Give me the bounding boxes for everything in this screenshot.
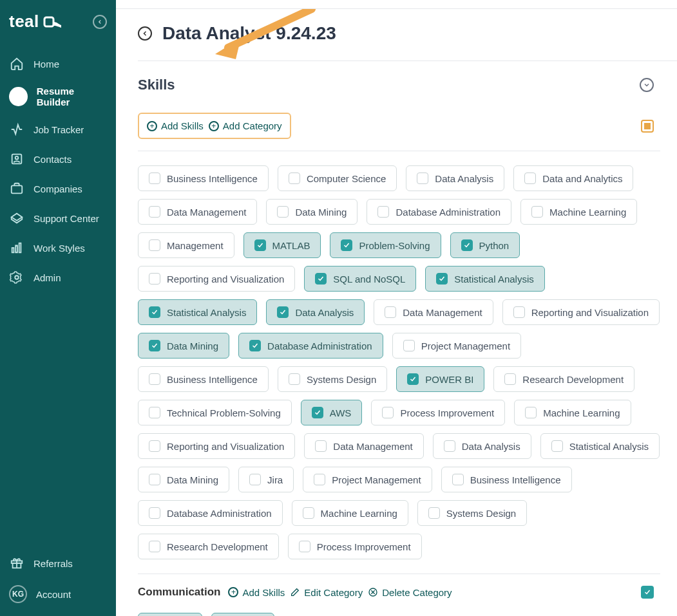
add-category-label: Add Category	[223, 120, 282, 131]
skill-chip[interactable]: Research Development	[138, 534, 279, 559]
skill-chip[interactable]: Reporting and Visualization	[502, 299, 660, 325]
skill-chip[interactable]: Management	[138, 232, 234, 258]
skill-chip[interactable]: Data Mining	[266, 199, 358, 225]
topbar	[116, 0, 677, 9]
skill-chip[interactable]: Database Administration	[238, 333, 383, 359]
checkbox-icon	[249, 340, 261, 351]
skill-chip[interactable]: Project Management	[392, 333, 521, 359]
sidebar-item-label: Resume Builder	[37, 86, 107, 107]
skill-chip[interactable]: SQL and NoSQL	[304, 266, 416, 292]
skill-chip-label: Reporting and Visualization	[531, 307, 649, 318]
skill-chip[interactable]: Python	[450, 232, 520, 258]
collapse-skills-button[interactable]	[640, 78, 654, 92]
resume-icon	[9, 87, 28, 106]
skill-chip[interactable]: Data Analysis	[406, 165, 504, 191]
back-button[interactable]	[138, 26, 152, 41]
skill-chip-label: Problem-Solving	[359, 240, 430, 251]
skill-chip[interactable]: Process Improvement	[288, 534, 422, 559]
skill-chip[interactable]: Research Development	[493, 366, 634, 392]
skill-chip[interactable]: AWS	[301, 400, 363, 425]
add-skills-button[interactable]: + Add Skills	[147, 120, 204, 131]
skill-chip-label: Computer Science	[307, 173, 386, 184]
skill-chip-label: Machine Learning	[321, 508, 397, 519]
checkbox-icon	[403, 340, 415, 351]
sidebar-item-resume-builder[interactable]: Resume Builder	[3, 79, 113, 114]
checkbox-icon	[407, 373, 419, 385]
checkbox-icon	[417, 173, 428, 184]
comm-add-skills-button[interactable]: + Add Skills	[228, 587, 285, 598]
skill-chip[interactable]: Machine Learning	[514, 400, 631, 425]
sidebar-item-contacts[interactable]: Contacts	[3, 145, 113, 173]
gear-icon	[9, 270, 24, 285]
skill-chip[interactable]: MATLAB	[243, 232, 321, 258]
skill-chip-label: Data Management	[167, 207, 246, 218]
skill-chip[interactable]: Process Improvement	[371, 400, 505, 425]
skill-chip-label: Systems Design	[307, 374, 376, 385]
comm-edit-category-button[interactable]: Edit Category	[290, 587, 363, 598]
skill-chip[interactable]: POWER BI	[396, 366, 484, 392]
page: Data Analyst 9.24.23 Skills	[116, 9, 677, 616]
skill-chip-label: Data Analysis	[462, 441, 520, 452]
skill-chip[interactable]: Business Intelligence	[138, 366, 269, 392]
skill-chip-label: Database Administration	[167, 508, 272, 519]
sidebar-item-support-center[interactable]: Support Center	[3, 204, 113, 232]
skill-chip[interactable]: Database Administration	[138, 500, 283, 526]
checkbox-icon	[382, 407, 394, 418]
checkbox-icon	[314, 474, 325, 485]
sidebar-item-work-styles[interactable]: Work Styles	[3, 234, 113, 262]
skill-chip[interactable]: Data Analysis	[433, 433, 531, 459]
skill-chip[interactable]: Statistical Analysis	[138, 299, 257, 325]
skill-chip[interactable]: Jira	[238, 467, 294, 492]
skill-chip[interactable]: Machine Learning	[292, 500, 408, 526]
skill-chip[interactable]: Reporting and Visualization	[138, 433, 295, 459]
sidebar-item-referrals[interactable]: Referrals	[3, 549, 113, 577]
communication-title: Communication	[138, 586, 220, 599]
skill-chip-label: Statistical Analysis	[454, 274, 533, 285]
sidebar-item-admin[interactable]: Admin	[3, 263, 113, 292]
skill-chip[interactable]: Data Mining	[138, 333, 229, 359]
skill-chip[interactable]: Data Analysis	[266, 299, 365, 325]
home-icon	[9, 56, 24, 71]
sidebar-item-account[interactable]: KG Account	[3, 579, 113, 610]
skill-chip[interactable]: Statistical Analysis	[425, 266, 544, 292]
skill-chip-label: Data Management	[333, 441, 412, 452]
sidebar-collapse-button[interactable]	[93, 15, 107, 29]
skill-chip[interactable]: Project Management	[303, 467, 432, 492]
skill-chip[interactable]: Systems Design	[278, 366, 387, 392]
sidebar-nav: Home Resume Builder Job Tracker Contacts…	[0, 50, 116, 292]
app-root: teal Home Resume Builder Job Tracker	[0, 0, 677, 616]
checkbox-icon	[504, 373, 516, 385]
skill-chip[interactable]: Data Management	[138, 199, 257, 225]
skill-chip[interactable]: Statistical Analysis	[540, 433, 660, 459]
skill-chip[interactable]: Business Intelligence	[138, 165, 269, 191]
skill-chip[interactable]: Machine Learning	[520, 199, 637, 225]
skill-chip[interactable]: Data and Analytics	[513, 165, 633, 191]
sidebar-item-companies[interactable]: Companies	[3, 174, 113, 203]
add-category-button[interactable]: + Add Category	[209, 120, 282, 131]
skill-chip-label: Research Development	[167, 541, 268, 552]
comm-delete-category-button[interactable]: Delete Category	[368, 587, 452, 598]
skill-chip[interactable]: Loom	[138, 613, 202, 616]
skill-chip-label: Data and Analytics	[542, 173, 622, 184]
skill-chip[interactable]: Computer Science	[278, 165, 397, 191]
skill-chip[interactable]: Reporting and Visualization	[138, 266, 295, 292]
brand: teal	[0, 0, 116, 50]
skill-chip[interactable]: Business Intelligence	[441, 467, 572, 492]
checkbox-icon	[149, 507, 160, 519]
skill-chip[interactable]: Data Mining	[138, 467, 229, 492]
skills-master-toggle[interactable]	[641, 120, 654, 133]
skill-chip[interactable]: Slack	[211, 613, 275, 616]
skill-chip[interactable]: Systems Design	[417, 500, 527, 526]
svg-point-11	[15, 275, 19, 279]
communication-master-toggle[interactable]	[641, 586, 654, 599]
skill-chip[interactable]: Technical Problem-Solving	[138, 400, 292, 425]
skill-chip[interactable]: Data Management	[304, 433, 423, 459]
skill-chip[interactable]: Data Management	[374, 299, 493, 325]
skill-chip-label: Jira	[267, 474, 283, 485]
sidebar-item-home[interactable]: Home	[3, 50, 113, 78]
sidebar-item-job-tracker[interactable]: Job Tracker	[3, 115, 113, 144]
svg-rect-0	[44, 17, 53, 26]
skill-chip-label: POWER BI	[425, 374, 473, 385]
skill-chip[interactable]: Problem-Solving	[330, 232, 441, 258]
skill-chip[interactable]: Database Administration	[367, 199, 511, 225]
